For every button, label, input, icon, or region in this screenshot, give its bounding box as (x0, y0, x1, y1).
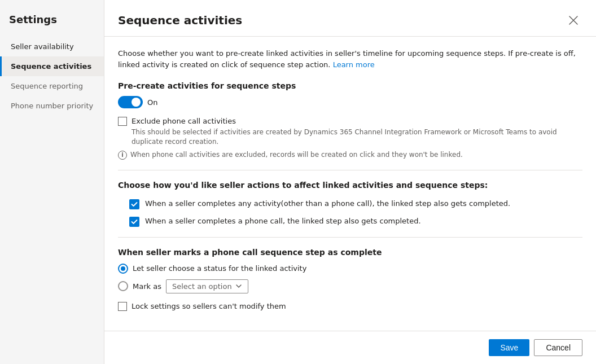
info-text: When phone call activities are excluded,… (130, 150, 463, 160)
info-icon: i (118, 151, 127, 160)
save-button[interactable]: Save (489, 339, 529, 356)
seller-activity-item-1: When a seller completes any activity(oth… (129, 199, 582, 209)
sidebar-item-sequence-activities[interactable]: Sequence activities (0, 56, 104, 76)
sidebar: Settings Seller availability Sequence ac… (0, 0, 104, 364)
dialog-body: Choose whether you want to pre-create li… (104, 37, 596, 331)
close-button[interactable] (564, 11, 582, 29)
sidebar-item-phone-number-priority[interactable]: Phone number priority (0, 96, 104, 116)
exclude-checkbox-sub: This should be selected if activities ar… (132, 128, 582, 147)
pre-create-toggle[interactable] (118, 96, 143, 108)
checkmark-icon-1 (131, 201, 138, 208)
dialog-header: Sequence activities (104, 0, 596, 37)
close-icon (569, 16, 578, 25)
seller-activity-item-2: When a seller completes a phone call, th… (129, 216, 582, 227)
phone-call-section-title: When seller marks a phone call sequence … (118, 248, 582, 257)
radio-let-seller-button[interactable] (118, 264, 128, 274)
seller-actions-question: Choose how you'd like seller actions to … (118, 181, 582, 190)
main-panel: Sequence activities Choose whether you w… (104, 0, 596, 364)
activity-checkbox-2[interactable] (129, 217, 139, 227)
divider-1 (118, 170, 582, 170)
radio-mark-as: Mark as Select an option (118, 279, 582, 293)
radio-let-seller-label: Let seller choose a status for the linke… (133, 264, 306, 273)
radio-let-seller: Let seller choose a status for the linke… (118, 264, 582, 274)
dialog-footer: Save Cancel (104, 331, 596, 364)
lock-checkbox[interactable] (118, 302, 127, 311)
activity-label-2: When a seller completes a phone call, th… (145, 216, 421, 226)
checkmark-icon-2 (131, 218, 138, 225)
exclude-checkbox[interactable] (118, 117, 127, 126)
learn-more-link[interactable]: Learn more (333, 60, 375, 69)
info-row: i When phone call activities are exclude… (118, 150, 582, 160)
chevron-down-icon (235, 283, 242, 290)
lock-checkbox-label: Lock settings so sellers can't modify th… (132, 301, 286, 312)
lock-checkbox-row: Lock settings so sellers can't modify th… (118, 301, 582, 312)
dropdown-placeholder: Select an option (172, 282, 232, 291)
toggle-row: On (118, 96, 582, 108)
activity-checkbox-1[interactable] (129, 199, 139, 209)
sidebar-item-seller-availability[interactable]: Seller availability (0, 37, 104, 56)
pre-create-title: Pre-create activities for sequence steps (118, 81, 582, 90)
sidebar-item-sequence-reporting[interactable]: Sequence reporting (0, 76, 104, 96)
sidebar-title: Settings (0, 9, 104, 37)
exclude-checkbox-label: Exclude phone call activities (132, 116, 582, 126)
radio-mark-as-label: Mark as (133, 282, 161, 291)
mark-as-dropdown[interactable]: Select an option (166, 279, 248, 293)
divider-2 (118, 237, 582, 238)
toggle-label: On (147, 98, 157, 107)
cancel-button[interactable]: Cancel (534, 339, 582, 356)
description-text: Choose whether you want to pre-create li… (118, 48, 582, 70)
radio-mark-as-button[interactable] (118, 281, 128, 291)
exclude-checkbox-row: Exclude phone call activities This shoul… (118, 116, 582, 147)
dialog-title: Sequence activities (118, 14, 242, 27)
activity-label-1: When a seller completes any activity(oth… (145, 199, 510, 209)
